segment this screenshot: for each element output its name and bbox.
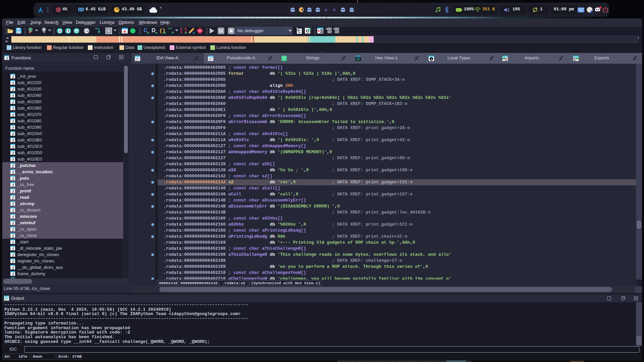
svg-text:t: t <box>431 57 432 61</box>
svg-text:C: C <box>298 29 301 34</box>
svg-text:C: C <box>144 27 148 33</box>
svg-text:“”: “” <box>168 27 172 32</box>
svg-text:D: D <box>152 27 156 33</box>
svg-text:#: # <box>59 29 61 33</box>
svg-text:ASCII: ASCII <box>74 30 78 32</box>
svg-text:T: T <box>67 29 69 33</box>
